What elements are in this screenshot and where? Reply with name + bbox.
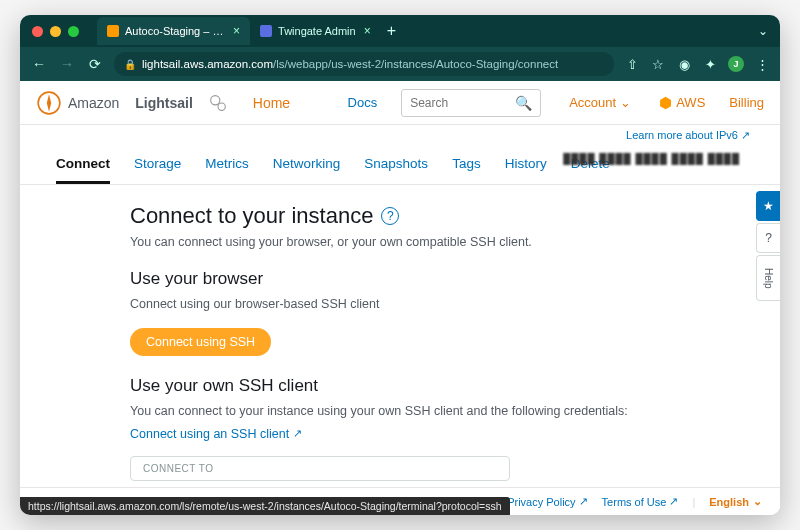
external-link-icon: ↗: [293, 427, 302, 440]
svg-point-1: [210, 95, 219, 104]
external-link-icon: ↗: [741, 129, 750, 141]
aws-link[interactable]: ⬢AWS: [659, 94, 705, 112]
help-icon[interactable]: ?: [381, 207, 399, 225]
browser-titlebar: Autoco-Staging – Connect | Li… × Twingat…: [20, 15, 780, 47]
section-own-desc: You can connect to your instance using y…: [130, 402, 660, 421]
section-browser-desc: Connect using our browser-based SSH clie…: [130, 295, 660, 314]
home-link[interactable]: Home: [253, 95, 290, 111]
close-tab-icon[interactable]: ×: [233, 24, 240, 38]
maximize-window-icon[interactable]: [68, 26, 79, 37]
tab-networking[interactable]: Networking: [273, 156, 341, 184]
tab-snapshots[interactable]: Snapshots: [364, 156, 428, 184]
tab-tags[interactable]: Tags: [452, 156, 481, 184]
help-tab-widget[interactable]: Help: [756, 255, 780, 301]
help-circle-widget[interactable]: ?: [756, 223, 780, 253]
ipv6-notice: Learn more about IPv6 ↗: [20, 125, 780, 142]
privacy-link[interactable]: Privacy Policy↗: [507, 495, 587, 508]
tab-connect[interactable]: Connect: [56, 156, 110, 184]
address-bar[interactable]: 🔒 lightsail.aws.amazon.com/ls/webapp/us-…: [114, 52, 614, 76]
ssh-client-link[interactable]: Connect using an SSH client↗: [130, 427, 302, 441]
tab-storage[interactable]: Storage: [134, 156, 181, 184]
search-input[interactable]: [410, 96, 515, 110]
close-window-icon[interactable]: [32, 26, 43, 37]
favorites-widget[interactable]: ★: [756, 191, 780, 221]
url-host: lightsail.aws.amazon.com: [142, 58, 273, 70]
chevron-down-icon: ⌄: [753, 495, 762, 508]
search-box[interactable]: 🔍: [401, 89, 541, 117]
url-path: /ls/webapp/us-west-2/instances/Autoco-St…: [273, 58, 558, 70]
external-link-icon: ↗: [579, 495, 588, 508]
page-title: Connect to your instance: [130, 203, 373, 229]
section-own-heading: Use your own SSH client: [130, 376, 660, 396]
browser-tabs: Autoco-Staging – Connect | Li… × Twingat…: [97, 17, 758, 45]
bookmark-star-icon[interactable]: ☆: [650, 56, 666, 72]
overflow-menu-icon[interactable]: ⋮: [754, 56, 770, 72]
close-tab-icon[interactable]: ×: [364, 24, 371, 38]
compass-icon: [36, 90, 62, 116]
browser-toolbar: ← → ⟳ 🔒 lightsail.aws.amazon.com/ls/weba…: [20, 47, 780, 81]
extensions-puzzle-icon[interactable]: ✦: [702, 56, 718, 72]
browser-tab-active[interactable]: Autoco-Staging – Connect | Li… ×: [97, 17, 250, 45]
new-tab-button[interactable]: +: [387, 22, 396, 40]
external-link-icon: ↗: [669, 495, 678, 508]
svg-point-2: [218, 103, 225, 110]
main-panel: Connect to your instance ? You can conne…: [20, 185, 660, 481]
minimize-window-icon[interactable]: [50, 26, 61, 37]
obscured-ip-text: ████ ████ ████ ████ ████: [563, 153, 740, 164]
language-selector[interactable]: English⌄: [709, 495, 762, 508]
section-browser-heading: Use your browser: [130, 269, 660, 289]
tab-title: Autoco-Staging – Connect | Li…: [125, 25, 225, 37]
brand-name: Lightsail: [135, 95, 193, 111]
back-button[interactable]: ←: [30, 56, 48, 72]
forward-button[interactable]: →: [58, 56, 76, 72]
side-widgets: ★ ? Help: [756, 191, 780, 303]
account-menu[interactable]: Account⌄: [569, 95, 631, 110]
tab-title: Twingate Admin: [278, 25, 356, 37]
docs-link[interactable]: Docs: [348, 95, 378, 110]
billing-link[interactable]: Billing: [729, 95, 764, 110]
page-subtitle: You can connect using your browser, or y…: [130, 235, 660, 249]
twingate-favicon: [260, 25, 272, 37]
connect-ssh-button[interactable]: Connect using SSH: [130, 328, 271, 356]
share-icon[interactable]: ⇧: [624, 56, 640, 72]
lightsail-header: Amazon Lightsail Home Docs 🔍 Account⌄ ⬢A…: [20, 81, 780, 125]
browser-status-bar: https://lightsail.aws.amazon.com/ls/remo…: [20, 497, 510, 515]
profile-avatar[interactable]: J: [728, 56, 744, 72]
connect-to-field[interactable]: CONNECT TO: [130, 456, 510, 481]
tabs-overflow-icon[interactable]: ⌄: [758, 24, 768, 38]
tab-metrics[interactable]: Metrics: [205, 156, 249, 184]
lightsail-favicon: [107, 25, 119, 37]
brand-prefix: Amazon: [68, 95, 119, 111]
extension-icon[interactable]: ◉: [676, 56, 692, 72]
extension-icons: ⇧ ☆ ◉ ✦ J ⋮: [624, 56, 770, 72]
aws-cube-icon: ⬢: [659, 94, 672, 112]
page-content: Amazon Lightsail Home Docs 🔍 Account⌄ ⬢A…: [20, 81, 780, 515]
tab-history[interactable]: History: [505, 156, 547, 184]
browser-tab[interactable]: Twingate Admin ×: [250, 17, 381, 45]
reload-button[interactable]: ⟳: [86, 56, 104, 72]
lock-icon: 🔒: [124, 59, 136, 70]
terms-link[interactable]: Terms of Use↗: [602, 495, 679, 508]
ipv6-link[interactable]: Learn more about IPv6 ↗: [626, 129, 750, 141]
chevron-down-icon: ⌄: [620, 95, 631, 110]
search-icon[interactable]: 🔍: [515, 95, 532, 111]
lightsail-logo[interactable]: Amazon Lightsail: [36, 90, 193, 116]
settings-gear-icon[interactable]: [207, 92, 229, 114]
window-controls: [32, 26, 79, 37]
